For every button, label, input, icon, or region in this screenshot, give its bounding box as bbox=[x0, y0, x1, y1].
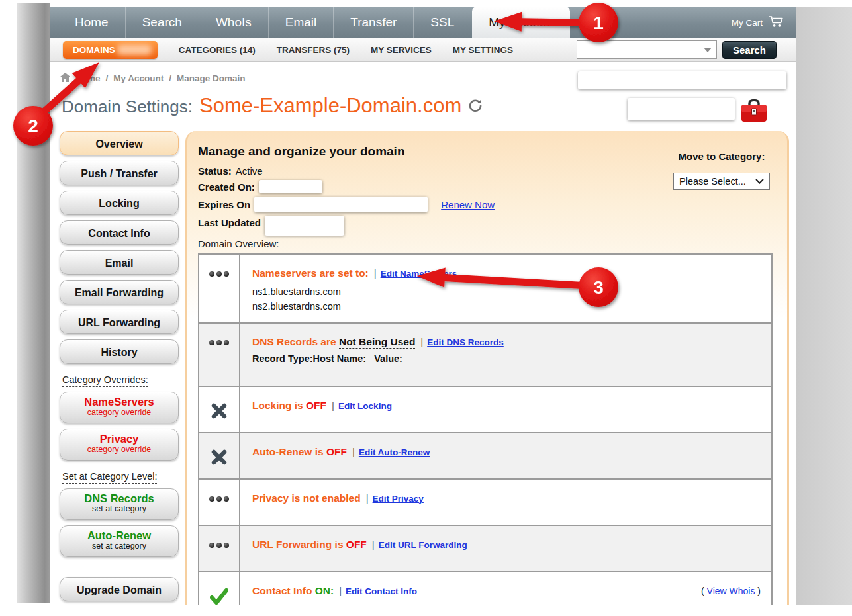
expires-label: Expires On bbox=[198, 199, 250, 210]
edit-url-forwarding-link[interactable]: Edit URL Forwarding bbox=[379, 540, 467, 550]
breadcrumb-home[interactable]: Home bbox=[75, 73, 101, 83]
redacted-account-info bbox=[578, 71, 786, 89]
breadcrumb-manage-domain: Manage Domain bbox=[177, 73, 246, 83]
sidebar-item-nameservers-override[interactable]: NameServers category override bbox=[60, 392, 179, 423]
breadcrumb-my-account[interactable]: My Account bbox=[113, 73, 164, 83]
sidebar-item-overview[interactable]: Overview bbox=[60, 131, 179, 155]
refresh-icon[interactable] bbox=[468, 98, 483, 115]
subnav-my-settings[interactable]: MY SETTINGS bbox=[453, 45, 513, 55]
sidebar-item-email[interactable]: Email bbox=[60, 250, 179, 275]
ellipsis-icon bbox=[199, 480, 240, 525]
move-to-category: Move to Category: Please Select... bbox=[673, 151, 770, 190]
view-whois-link[interactable]: View Whois bbox=[707, 586, 755, 596]
edit-auto-renew-link[interactable]: Edit Auto-Renew bbox=[359, 447, 430, 457]
dns-records-title: DNS Records are Not Being Used bbox=[252, 336, 415, 349]
dns-not-used-text: Not Being Used bbox=[339, 336, 415, 349]
sidebar-item-contact-info[interactable]: Contact Info bbox=[60, 220, 179, 245]
table-row-privacy: Privacy is not enabled|Edit Privacy bbox=[199, 478, 771, 525]
domain-search-combobox[interactable] bbox=[577, 40, 717, 59]
created-label: Created On: bbox=[198, 181, 255, 193]
toolbox-icon[interactable] bbox=[739, 97, 769, 127]
table-row-auto-renew: Auto-Renew is OFF|Edit Auto-Renew bbox=[199, 432, 771, 478]
search-button[interactable]: Search bbox=[722, 41, 777, 59]
edit-privacy-link[interactable]: Edit Privacy bbox=[373, 494, 424, 504]
tab-ssl[interactable]: SSL bbox=[414, 7, 471, 38]
separator: | bbox=[374, 267, 377, 279]
sidebar-item-email-forwarding[interactable]: Email Forwarding bbox=[60, 280, 179, 304]
separator: | bbox=[366, 492, 369, 504]
status-value: Active bbox=[236, 165, 263, 177]
tab-my-account[interactable]: My Account bbox=[472, 7, 570, 38]
tab-search[interactable]: Search bbox=[126, 7, 199, 38]
sidebar-item-dns-records-category[interactable]: DNS Records set at category bbox=[60, 488, 179, 520]
redacted-domains-count bbox=[117, 44, 152, 55]
auto-renew-category-title: Auto-Renew bbox=[60, 529, 178, 541]
ellipsis-icon bbox=[199, 324, 240, 386]
tab-transfer[interactable]: Transfer bbox=[334, 7, 414, 38]
home-icon bbox=[60, 73, 70, 84]
separator: | bbox=[339, 585, 342, 596]
subnav-my-services[interactable]: MY SERVICES bbox=[371, 45, 432, 55]
breadcrumb-sep: / bbox=[169, 73, 171, 83]
status-label: Status: bbox=[198, 165, 232, 177]
category-overrides-label: Category Overrides: bbox=[62, 374, 183, 385]
cross-icon bbox=[199, 433, 240, 478]
cart-icon bbox=[769, 15, 784, 30]
edit-nameservers-link[interactable]: Edit NameServers bbox=[381, 269, 457, 279]
subnav-domains[interactable]: DOMAINS bbox=[63, 41, 158, 59]
sidebar-item-history[interactable]: History bbox=[60, 339, 179, 364]
dns-records-category-sub: set at category bbox=[60, 504, 178, 513]
chevron-down-icon bbox=[755, 179, 764, 184]
updated-line: Last Updated bbox=[198, 216, 787, 229]
subnav-transfers[interactable]: TRANSFERS (75) bbox=[277, 45, 350, 55]
redacted-expires-date bbox=[254, 197, 428, 212]
domain-search-input[interactable] bbox=[582, 42, 704, 57]
tab-email[interactable]: Email bbox=[269, 7, 334, 38]
edit-dns-records-link[interactable]: Edit DNS Records bbox=[427, 337, 504, 347]
domain-settings-panel: Manage and organize your domain Status: … bbox=[185, 131, 789, 605]
sidebar-item-locking[interactable]: Locking bbox=[60, 191, 179, 215]
redacted-updated-date bbox=[265, 216, 344, 236]
sidebar-item-auto-renew-category[interactable]: Auto-Renew set at category bbox=[60, 525, 179, 557]
subnav-categories[interactable]: CATEGORIES (14) bbox=[179, 45, 256, 55]
privacy-override-title: Privacy bbox=[60, 433, 178, 445]
move-to-category-label: Move to Category: bbox=[673, 151, 770, 162]
separator: | bbox=[420, 336, 423, 347]
privacy-override-sub: category override bbox=[60, 445, 178, 454]
separator: | bbox=[352, 446, 355, 457]
sidebar-item-url-forwarding[interactable]: URL Forwarding bbox=[60, 310, 179, 334]
locking-off-text: OFF bbox=[306, 400, 326, 411]
page: Home Search WhoIs Email Transfer SSL My … bbox=[50, 7, 796, 605]
my-cart-label: My Cart bbox=[732, 18, 763, 28]
updated-label: Last Updated bbox=[198, 217, 261, 228]
renew-now-link[interactable]: Renew Now bbox=[441, 199, 495, 210]
domain-overview-table: Nameservers are set to:|Edit NameServers… bbox=[198, 253, 773, 605]
privacy-title: Privacy is not enabled bbox=[252, 492, 361, 504]
check-icon bbox=[199, 572, 240, 606]
sidebar-item-push-transfer[interactable]: Push / Transfer bbox=[60, 161, 179, 185]
edit-contact-info-link[interactable]: Edit Contact Info bbox=[346, 586, 417, 596]
view-whois: ( View Whois ) bbox=[701, 585, 761, 596]
tab-home[interactable]: Home bbox=[58, 7, 126, 38]
table-row-contact-info: Contact Info ON:|Edit Contact Info ( Vie… bbox=[199, 571, 771, 606]
top-navigation: Home Search WhoIs Email Transfer SSL My … bbox=[50, 7, 796, 38]
dns-record-columns: Record Type:Host Name: Value: bbox=[252, 353, 761, 364]
table-row-nameservers: Nameservers are set to:|Edit NameServers… bbox=[199, 255, 771, 322]
upgrade-domain-button[interactable]: Upgrade Domain bbox=[60, 577, 179, 601]
combobox-dropdown-icon[interactable] bbox=[704, 48, 712, 52]
category-select[interactable]: Please Select... bbox=[673, 173, 770, 190]
ellipsis-icon bbox=[199, 526, 240, 571]
dns-records-category-title: DNS Records bbox=[60, 492, 178, 504]
cross-icon bbox=[199, 387, 240, 432]
edit-locking-link[interactable]: Edit Locking bbox=[338, 401, 392, 411]
sidebar-item-privacy-override[interactable]: Privacy category override bbox=[60, 429, 179, 461]
my-cart[interactable]: My Cart bbox=[732, 7, 796, 38]
nameserver-2: ns2.bluestardns.com bbox=[252, 300, 761, 314]
redacted-created-date bbox=[259, 180, 322, 193]
breadcrumb-sep: / bbox=[106, 73, 109, 83]
nameservers-title: Nameservers are set to: bbox=[252, 267, 369, 279]
browser-right-band bbox=[796, 7, 852, 605]
url-forwarding-off-text: OFF bbox=[346, 539, 367, 550]
tab-whois[interactable]: WhoIs bbox=[199, 7, 269, 38]
nameservers-override-title: NameServers bbox=[60, 396, 178, 408]
